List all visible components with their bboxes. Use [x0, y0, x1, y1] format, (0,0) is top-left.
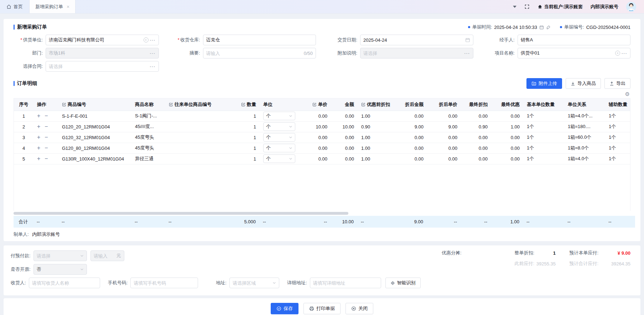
- more-options-icon[interactable]: ···: [150, 37, 156, 43]
- cell-product-code[interactable]: G130R_100X40_12RM01G04: [58, 153, 131, 164]
- cell-product-code[interactable]: S-1-F-E-001: [58, 111, 131, 121]
- receiver-field[interactable]: [29, 278, 100, 288]
- prepay-select[interactable]: [33, 250, 87, 261]
- warehouse-input[interactable]: [206, 37, 313, 43]
- unit-select[interactable]: 个: [263, 112, 295, 120]
- cell-actions[interactable]: +−: [33, 153, 58, 164]
- phone-field[interactable]: [130, 278, 198, 288]
- more-options-icon[interactable]: ···: [464, 51, 470, 56]
- contract-field[interactable]: ···: [46, 61, 159, 72]
- handler-input[interactable]: [521, 37, 628, 43]
- cell-pre-discount[interactable]: 1.00: [358, 132, 395, 143]
- more-options-icon[interactable]: ···: [622, 51, 627, 56]
- supplier-input[interactable]: [49, 37, 141, 43]
- cell-product-code[interactable]: G120_32_12RM01G04: [58, 132, 131, 143]
- receiver-input[interactable]: [32, 280, 97, 286]
- supplier-field[interactable]: ×···: [46, 35, 159, 45]
- remove-row-button[interactable]: −: [45, 123, 48, 129]
- remove-row-button[interactable]: −: [45, 156, 48, 162]
- dropdown-caret-icon[interactable]: [513, 6, 516, 8]
- invoice-select-input[interactable]: [37, 267, 78, 272]
- cell-actions[interactable]: +−: [33, 121, 58, 132]
- edit-time-icon[interactable]: [546, 25, 551, 30]
- print-button[interactable]: 打印单据: [303, 303, 341, 314]
- extra-note-input[interactable]: [363, 51, 462, 56]
- cell-unit-price[interactable]: 0.00: [299, 153, 331, 164]
- cell-product-code[interactable]: G120_20_12RM01G04: [58, 121, 131, 132]
- clear-icon[interactable]: ×: [615, 51, 620, 56]
- add-row-button[interactable]: +: [37, 145, 40, 151]
- project-field[interactable]: ×···: [518, 48, 631, 59]
- warehouse-field[interactable]: [203, 35, 316, 45]
- unit-select[interactable]: 个: [263, 154, 295, 163]
- cell-quantity[interactable]: 1: [228, 143, 260, 153]
- invoice-select[interactable]: [33, 264, 87, 275]
- handler-field[interactable]: [518, 35, 631, 45]
- cell-partner-product-code[interactable]: [165, 111, 228, 121]
- user-avatar[interactable]: [626, 2, 636, 12]
- cell-unit-price[interactable]: 0.00: [299, 132, 331, 143]
- attachment-upload-button[interactable]: 附件上传: [526, 78, 562, 89]
- calendar-icon[interactable]: [539, 25, 544, 30]
- cell-partner-product-code[interactable]: [165, 132, 228, 143]
- horizontal-scrollbar[interactable]: [14, 212, 630, 215]
- unit-select[interactable]: 个: [263, 122, 295, 131]
- cell-unit[interactable]: 个: [260, 153, 299, 164]
- cell-quantity[interactable]: 1: [228, 132, 260, 143]
- delivery-date-input[interactable]: [363, 37, 463, 43]
- add-row-button[interactable]: +: [37, 123, 40, 129]
- cell-product-code[interactable]: G120_80_12RM01G04: [58, 143, 131, 153]
- add-row-button[interactable]: +: [37, 156, 40, 162]
- detail-address-field[interactable]: [310, 278, 381, 288]
- close-button[interactable]: 关闭: [346, 303, 373, 314]
- cell-actions[interactable]: +−: [33, 111, 58, 121]
- summary-input[interactable]: [206, 51, 302, 56]
- scrollbar-thumb[interactable]: [14, 212, 348, 215]
- cell-unit-price[interactable]: 10.00: [299, 121, 331, 132]
- cell-actions[interactable]: +−: [33, 143, 58, 153]
- more-options-icon[interactable]: ···: [150, 64, 156, 69]
- tab-new-purchase-order[interactable]: 新增采购订单 ×: [29, 0, 76, 13]
- cell-quantity[interactable]: 1: [228, 111, 260, 121]
- save-button[interactable]: 保存: [271, 303, 298, 314]
- unit-select[interactable]: 个: [263, 133, 295, 142]
- cell-quantity[interactable]: 1: [228, 153, 260, 164]
- remove-row-button[interactable]: −: [45, 145, 48, 151]
- cell-partner-product-code[interactable]: [165, 153, 228, 164]
- extra-note-field[interactable]: ···: [360, 48, 473, 59]
- prepay-select-input[interactable]: [37, 253, 78, 259]
- cell-pre-discount[interactable]: 1.00: [358, 153, 395, 164]
- unit-select[interactable]: 个: [263, 144, 295, 152]
- cell-pre-discount[interactable]: 0.90: [358, 121, 395, 132]
- phone-input[interactable]: [134, 280, 195, 286]
- smart-recognize-button[interactable]: 智能识别: [385, 278, 421, 288]
- current-tenant[interactable]: 当前租户:演示账套: [537, 4, 583, 10]
- table-settings-icon[interactable]: ⚙: [625, 91, 630, 97]
- add-row-button[interactable]: +: [37, 113, 40, 119]
- address-select[interactable]: [229, 278, 279, 288]
- cell-unit-price[interactable]: 0.00: [299, 111, 331, 121]
- add-row-button[interactable]: +: [37, 134, 40, 140]
- export-button[interactable]: 导出: [604, 78, 630, 89]
- detail-address-input[interactable]: [313, 280, 378, 286]
- calendar-icon[interactable]: [465, 37, 470, 42]
- remove-row-button[interactable]: −: [45, 134, 48, 140]
- cell-unit[interactable]: 个: [260, 132, 299, 143]
- cell-unit[interactable]: 个: [260, 143, 299, 153]
- remove-row-button[interactable]: −: [45, 113, 48, 119]
- delivery-date-field[interactable]: [360, 35, 473, 45]
- cell-unit[interactable]: 个: [260, 111, 299, 121]
- tab-close-icon[interactable]: ×: [67, 4, 69, 10]
- project-input[interactable]: [521, 51, 613, 56]
- cell-partner-product-code[interactable]: [165, 121, 228, 132]
- fullscreen-icon[interactable]: [524, 4, 530, 9]
- summary-field[interactable]: 0/50: [203, 48, 316, 59]
- clear-icon[interactable]: ×: [144, 37, 149, 42]
- cell-pre-discount[interactable]: 1.00: [358, 143, 395, 153]
- cell-unit-price[interactable]: 0.00: [299, 143, 331, 153]
- cell-pre-discount[interactable]: 1.00: [358, 111, 395, 121]
- cell-partner-product-code[interactable]: [165, 143, 228, 153]
- cell-quantity[interactable]: 1: [228, 121, 260, 132]
- nav-home[interactable]: 首页: [0, 0, 29, 13]
- account-name[interactable]: 内部演示账号: [591, 4, 618, 10]
